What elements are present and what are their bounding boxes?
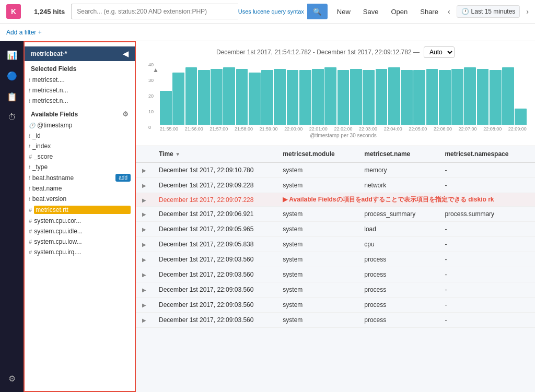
time-cell: December 1st 2017, 22:09:06.921 bbox=[153, 207, 276, 222]
selected-field-item[interactable]: tmetricset.n... bbox=[25, 96, 135, 106]
chart-bar bbox=[490, 70, 502, 125]
sidebar-item-settings[interactable]: ⚙ bbox=[3, 369, 21, 388]
field-name-label: system.cpu.idle... bbox=[34, 228, 131, 235]
sidebar-item-timelion[interactable]: ⏱ bbox=[3, 108, 21, 127]
module-cell: system bbox=[276, 237, 358, 252]
expand-icon[interactable]: ▶ bbox=[142, 272, 146, 278]
expand-icon[interactable]: ▶ bbox=[142, 257, 146, 263]
available-fields-gear-icon[interactable]: ⚙ bbox=[122, 110, 129, 118]
name-cell: process bbox=[358, 252, 438, 267]
field-type-icon: t bbox=[29, 77, 30, 83]
row-expand-cell[interactable]: ▶ bbox=[136, 237, 153, 252]
name-cell: process bbox=[358, 282, 438, 298]
row-expand-cell[interactable]: ▶ bbox=[136, 193, 153, 207]
chart-x-label: 22:08:00 bbox=[483, 126, 502, 132]
next-time-button[interactable]: › bbox=[526, 7, 529, 16]
name-cell: process bbox=[358, 267, 438, 282]
table-row: ▶ December 1st 2017, 22:09:05.838 system… bbox=[136, 237, 535, 252]
available-field-item[interactable]: #system.cpu.cor... bbox=[25, 216, 135, 226]
sidebar-item-dashboard[interactable]: 📋 bbox=[3, 87, 21, 106]
field-type-icon: # bbox=[29, 249, 32, 255]
available-field-item[interactable]: t_id bbox=[25, 130, 135, 141]
row-expand-cell[interactable]: ▶ bbox=[136, 267, 153, 282]
new-button[interactable]: New bbox=[334, 6, 354, 18]
field-type-icon: t bbox=[29, 164, 30, 170]
available-field-item[interactable]: t_type bbox=[25, 162, 135, 172]
row-expand-cell[interactable]: ▶ bbox=[136, 207, 153, 222]
available-field-item[interactable]: tbeat.name bbox=[25, 183, 135, 194]
available-field-item[interactable]: #system.cpu.idle... bbox=[25, 226, 135, 236]
row-expand-cell[interactable]: ▶ bbox=[136, 222, 153, 237]
y-tick-40: 40 bbox=[148, 62, 154, 67]
field-type-icon: t bbox=[29, 186, 30, 192]
chart-area: ▲ 40 30 20 10 0 21:55:0021:56:0021:57:00… bbox=[144, 62, 527, 140]
available-field-item[interactable]: t_index bbox=[25, 141, 135, 151]
row-expand-cell[interactable]: ▶ bbox=[136, 282, 153, 298]
expand-icon[interactable]: ▶ bbox=[142, 287, 146, 293]
search-input[interactable] bbox=[71, 4, 238, 19]
share-button[interactable]: Share bbox=[417, 6, 441, 18]
namespace-cell: - bbox=[438, 313, 535, 328]
table-row: ▶ December 1st 2017, 22:09:05.965 system… bbox=[136, 222, 535, 237]
expand-icon[interactable]: ▶ bbox=[142, 317, 146, 323]
y-tick-10: 10 bbox=[148, 109, 154, 114]
field-name-label: system.cpu.irq.... bbox=[34, 248, 131, 256]
expand-icon[interactable]: ▶ bbox=[142, 227, 146, 232]
field-type-icon: # bbox=[29, 239, 32, 245]
selected-fields-label: Selected Fields bbox=[25, 61, 135, 75]
annotation-row: ▶ December 1st 2017, 22:09:07.228 ▶ Avai… bbox=[136, 193, 535, 207]
chart-x-label: 21:59:00 bbox=[260, 126, 278, 132]
expand-icon[interactable]: ▶ bbox=[142, 183, 146, 188]
table-column-header: metricset.name bbox=[358, 146, 438, 162]
available-field-item[interactable]: #system.cpu.iow... bbox=[25, 236, 135, 247]
chart-x-label: 22:02:00 bbox=[334, 126, 352, 132]
sidebar-collapse-button[interactable]: ◀ bbox=[123, 50, 129, 58]
row-expand-cell[interactable]: ▶ bbox=[136, 252, 153, 267]
open-button[interactable]: Open bbox=[388, 6, 411, 18]
field-type-icon: 🕐 bbox=[29, 123, 35, 128]
module-cell: system bbox=[276, 207, 358, 222]
sidebar-header: metricbeat-* ◀ bbox=[25, 46, 135, 61]
row-expand-cell[interactable]: ▶ bbox=[136, 313, 153, 328]
expand-icon[interactable]: ▶ bbox=[142, 242, 146, 247]
sidebar-item-discover[interactable]: 📊 bbox=[3, 45, 21, 64]
search-button[interactable]: 🔍 bbox=[307, 4, 328, 19]
add-filter-button[interactable]: Add a filter + bbox=[6, 29, 42, 36]
name-cell: cpu bbox=[358, 237, 438, 252]
logo-area: K bbox=[6, 4, 30, 19]
prev-time-button[interactable]: ‹ bbox=[448, 7, 450, 16]
module-cell: system bbox=[276, 298, 358, 313]
available-field-item[interactable]: 🕐@timestamp bbox=[25, 120, 135, 130]
available-field-item[interactable]: #_score bbox=[25, 151, 135, 162]
expand-icon[interactable]: ▶ bbox=[142, 197, 146, 203]
selected-field-item[interactable]: tmetricset.... bbox=[25, 75, 135, 85]
expand-icon[interactable]: ▶ bbox=[142, 168, 146, 173]
expand-icon[interactable]: ▶ bbox=[142, 302, 146, 308]
field-name: metricset.n... bbox=[32, 97, 131, 104]
row-expand-cell[interactable]: ▶ bbox=[136, 162, 153, 178]
annotation-text-cell: ▶ Available Fieldsの項目をaddすることで表示項目を指定できる… bbox=[276, 193, 535, 207]
interval-select[interactable]: Auto bbox=[424, 46, 455, 58]
sidebar-item-visualize[interactable]: 🔵 bbox=[3, 66, 21, 85]
row-expand-cell[interactable]: ▶ bbox=[136, 178, 153, 193]
available-field-item[interactable]: #metricset.rtt bbox=[25, 204, 135, 216]
namespace-cell: - bbox=[438, 162, 535, 178]
time-filter[interactable]: 🕐 Last 15 minutes bbox=[457, 5, 520, 18]
save-button[interactable]: Save bbox=[360, 6, 382, 18]
expand-icon[interactable]: ▶ bbox=[142, 211, 146, 217]
y-tick-0: 0 bbox=[148, 125, 154, 130]
available-field-item[interactable]: tbeat.version bbox=[25, 194, 135, 204]
row-expand-cell[interactable]: ▶ bbox=[136, 298, 153, 313]
chart-x-label: 21:55:00 bbox=[160, 126, 178, 132]
module-cell: system bbox=[276, 178, 358, 193]
available-field-item[interactable]: tbeat.hostnameadd bbox=[25, 172, 135, 183]
table-row: ▶ December 1st 2017, 22:09:03.560 system… bbox=[136, 252, 535, 267]
chart-bar bbox=[236, 69, 248, 125]
clock-icon: 🕐 bbox=[461, 8, 469, 15]
table-column-header[interactable]: Time ▼ bbox=[153, 146, 276, 162]
selected-field-item[interactable]: tmetricset.n... bbox=[25, 85, 135, 96]
available-field-item[interactable]: #system.cpu.irq.... bbox=[25, 247, 135, 257]
field-type-icon: t bbox=[29, 144, 30, 149]
field-add-button[interactable]: add bbox=[115, 174, 131, 182]
filter-bar: Add a filter + bbox=[0, 23, 535, 41]
